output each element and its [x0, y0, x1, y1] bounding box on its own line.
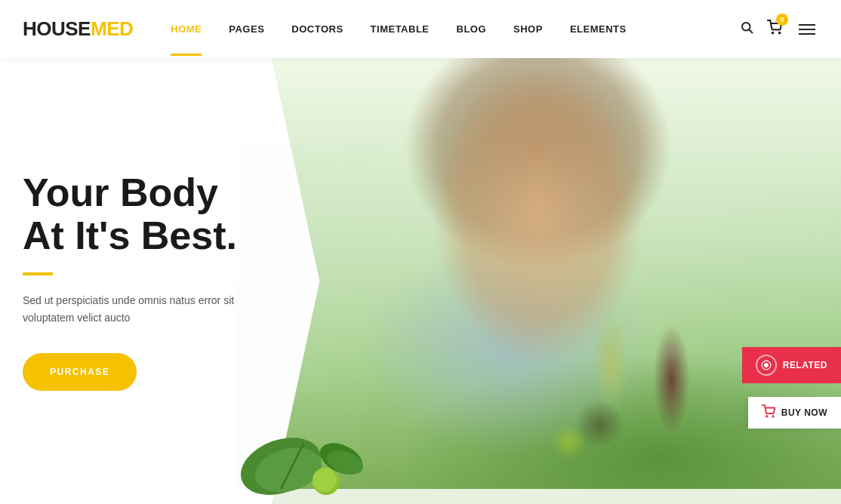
- related-widget[interactable]: RELATED: [742, 347, 841, 383]
- purchase-button[interactable]: PURCHASE: [23, 353, 137, 391]
- svg-point-8: [313, 468, 337, 492]
- buynow-widget[interactable]: BUY NOW: [748, 397, 841, 429]
- cart-badge: 0: [776, 14, 788, 26]
- svg-point-12: [764, 363, 769, 367]
- logo-house: HOUSE: [23, 17, 91, 40]
- related-label: RELATED: [783, 360, 827, 370]
- svg-point-14: [772, 416, 774, 417]
- buynow-cart-icon: [762, 404, 775, 421]
- nav-home[interactable]: HOME: [171, 23, 202, 35]
- related-icon: [756, 355, 777, 376]
- nav-elements[interactable]: ELEMENTS: [570, 23, 627, 35]
- hero-subtitle: Sed ut perspiciatis unde omnis natus err…: [23, 292, 249, 326]
- navbar: HOUSEMED HOME PAGES DOCTORS TIMETABLE BL…: [0, 0, 841, 58]
- svg-line-1: [750, 30, 753, 33]
- nav-links: HOME PAGES DOCTORS TIMETABLE BLOG SHOP E…: [171, 23, 740, 35]
- svg-point-2: [772, 32, 774, 34]
- cart-icon[interactable]: 0: [767, 20, 782, 38]
- nav-shop[interactable]: SHOP: [513, 23, 543, 35]
- hero-title: Your Body At It's Best.: [23, 171, 289, 257]
- leaf-decoration: [236, 413, 371, 504]
- buynow-label: BUY NOW: [781, 407, 827, 418]
- logo-med: MED: [91, 17, 133, 40]
- nav-timetable[interactable]: TIMETABLE: [371, 23, 430, 35]
- nav-doctors[interactable]: DOCTORS: [291, 23, 343, 35]
- svg-point-3: [779, 32, 781, 34]
- nav-pages[interactable]: PAGES: [229, 23, 264, 35]
- svg-point-0: [742, 23, 750, 31]
- hero-divider: [23, 272, 53, 275]
- hero-section: Your Body At It's Best. Sed ut perspicia…: [0, 58, 841, 504]
- logo[interactable]: HOUSEMED: [23, 17, 133, 41]
- nav-icons: 0: [740, 20, 818, 38]
- nav-blog[interactable]: BLOG: [457, 23, 487, 35]
- search-icon[interactable]: [740, 20, 753, 38]
- svg-point-13: [766, 416, 768, 417]
- hamburger-menu[interactable]: [796, 21, 818, 38]
